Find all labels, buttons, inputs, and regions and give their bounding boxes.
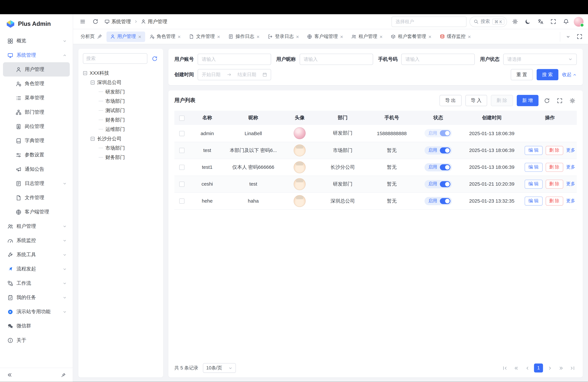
row-more-link[interactable]: 更多 <box>566 198 575 204</box>
language-button[interactable] <box>536 17 545 26</box>
filter-4-daterange[interactable]: 开始日期结束日期 <box>198 69 271 80</box>
add-button[interactable]: 新 增 <box>517 95 539 106</box>
sidebar-item-6[interactable]: 岗位管理 <box>3 119 70 133</box>
tree-node-0[interactable]: XXX科技 <box>83 68 159 78</box>
tree-node-3[interactable]: 市场部门 <box>83 96 159 106</box>
page-size-select[interactable]: 10条/页 <box>203 363 236 373</box>
tab-close-icon[interactable]: × <box>468 34 471 39</box>
tree-node-2[interactable]: 研发部门 <box>83 87 159 96</box>
sidebar-item-7[interactable]: 字典管理 <box>3 133 70 148</box>
status-toggle[interactable]: 启用 <box>424 129 452 137</box>
tree-node-1[interactable]: 深圳总公司 <box>83 78 159 87</box>
sidebar-item-10[interactable]: 日志管理 <box>3 176 70 191</box>
sidebar-collapse-button[interactable] <box>5 370 14 380</box>
row-delete-button[interactable]: 删 除 <box>545 163 563 171</box>
row-checkbox[interactable] <box>179 148 185 153</box>
sidebar-item-17[interactable]: 工作流 <box>3 276 70 290</box>
tree-expander-icon[interactable] <box>90 80 95 85</box>
next-pages-button[interactable] <box>556 363 566 373</box>
tab-close-icon[interactable]: × <box>217 34 220 39</box>
sidebar-item-13[interactable]: 租户管理 <box>3 219 70 233</box>
tab-list-dropdown-button[interactable] <box>563 32 573 42</box>
row-more-link[interactable]: 更多 <box>566 147 575 153</box>
sidebar-item-15[interactable]: 系统工具 <box>3 248 70 262</box>
global-search-button[interactable]: 搜索 ⌘ K <box>469 16 507 27</box>
sidebar-item-21[interactable]: 关于 <box>3 333 70 347</box>
column-settings-button[interactable] <box>568 96 577 105</box>
tree-node-9[interactable]: 财务部门 <box>83 153 159 162</box>
tree-node-6[interactable]: 运维部门 <box>83 125 159 134</box>
sidebar-item-14[interactable]: 系统监控 <box>3 233 70 248</box>
prev-pages-button[interactable] <box>512 363 521 373</box>
tab-4[interactable]: 操作日志× <box>225 31 263 42</box>
sidebar-item-5[interactable]: 部门管理 <box>3 105 70 119</box>
tree-expander-icon[interactable] <box>83 71 87 75</box>
status-toggle[interactable]: 启用 <box>424 180 452 188</box>
breadcrumb-item-user[interactable]: 用户管理 <box>141 18 167 25</box>
sidebar-item-20[interactable]: 微信群 <box>3 319 70 333</box>
brand[interactable]: Plus Admin <box>0 14 73 32</box>
filter-0-input[interactable] <box>198 54 271 65</box>
sidebar-item-4[interactable]: 菜单管理 <box>3 91 70 105</box>
user-avatar-button[interactable] <box>574 17 584 26</box>
filter-2-input[interactable] <box>401 54 475 65</box>
page-1-button[interactable]: 1 <box>534 363 543 373</box>
tab-close-icon[interactable]: × <box>428 34 432 39</box>
select-all-checkbox[interactable] <box>179 116 185 121</box>
tree-refresh-button[interactable] <box>150 54 159 63</box>
sidebar-item-8[interactable]: 参数设置 <box>3 148 70 162</box>
sidebar-item-0[interactable]: 概览 <box>3 34 70 48</box>
row-checkbox[interactable] <box>179 131 185 136</box>
settings-button[interactable] <box>510 17 520 26</box>
row-delete-button[interactable]: 删 除 <box>545 146 563 155</box>
tree-node-8[interactable]: 市场部门 <box>83 143 159 153</box>
notifications-button[interactable] <box>561 17 571 26</box>
batch-delete-button[interactable]: 删 除 <box>491 95 513 106</box>
sidebar-item-3[interactable]: 角色管理 <box>3 76 70 91</box>
row-edit-button[interactable]: 编 辑 <box>525 196 543 205</box>
row-edit-button[interactable]: 编 辑 <box>525 180 543 189</box>
tree-expander-icon[interactable] <box>90 136 95 141</box>
collapse-filters-link[interactable]: 收起 <box>562 71 577 78</box>
row-checkbox[interactable] <box>179 198 185 204</box>
reset-button[interactable]: 重 置 <box>511 69 533 80</box>
tree-node-4[interactable]: 测试部门 <box>83 106 159 115</box>
tab-close-icon[interactable]: × <box>340 34 343 39</box>
row-more-link[interactable]: 更多 <box>566 164 575 170</box>
fullscreen-button[interactable] <box>548 17 558 26</box>
import-button[interactable]: 导 入 <box>465 95 487 106</box>
tab-8[interactable]: 租户套餐管理× <box>387 31 435 42</box>
sidebar-item-11[interactable]: 文件管理 <box>3 191 70 205</box>
row-more-link[interactable]: 更多 <box>566 181 575 187</box>
prev-page-button[interactable] <box>523 363 532 373</box>
row-edit-button[interactable]: 编 辑 <box>525 163 543 171</box>
first-page-button[interactable] <box>500 363 509 373</box>
tab-7[interactable]: 租户管理× <box>348 31 386 42</box>
row-delete-button[interactable]: 删 除 <box>545 180 563 189</box>
tab-6[interactable]: 客户端管理× <box>303 31 347 42</box>
content-fullscreen-button[interactable] <box>574 32 584 42</box>
row-edit-button[interactable]: 编 辑 <box>525 146 543 155</box>
tenant-select-input[interactable] <box>391 16 466 27</box>
page-refresh-button[interactable] <box>90 17 100 26</box>
filter-3-select[interactable]: 请选择 <box>503 54 577 65</box>
status-toggle[interactable]: 启用 <box>424 197 452 205</box>
sidebar-pin-button[interactable] <box>59 370 68 380</box>
last-page-button[interactable] <box>568 363 577 373</box>
tab-3[interactable]: 文件管理× <box>185 31 224 42</box>
filter-search-button[interactable]: 搜 索 <box>536 69 558 80</box>
sidebar-item-9[interactable]: 通知公告 <box>3 162 70 176</box>
tab-1[interactable]: 用户管理× <box>106 31 145 42</box>
sidebar-item-19[interactable]: 演示站专用功能 <box>3 305 70 319</box>
row-checkbox[interactable] <box>179 182 185 187</box>
filter-1-input[interactable] <box>299 54 373 65</box>
status-toggle[interactable]: 启用 <box>424 163 452 171</box>
sidebar-item-18[interactable]: 我的任务 <box>3 290 70 305</box>
status-toggle[interactable]: 启用 <box>424 146 452 154</box>
tab-close-icon[interactable]: × <box>296 34 299 39</box>
tree-node-5[interactable]: 财务部门 <box>83 115 159 125</box>
tab-close-icon[interactable]: × <box>379 34 383 39</box>
tab-0[interactable]: 分析页 <box>77 31 106 42</box>
sidebar-item-16[interactable]: 流程发起 <box>3 262 70 276</box>
tab-5[interactable]: 登录日志× <box>264 31 303 42</box>
